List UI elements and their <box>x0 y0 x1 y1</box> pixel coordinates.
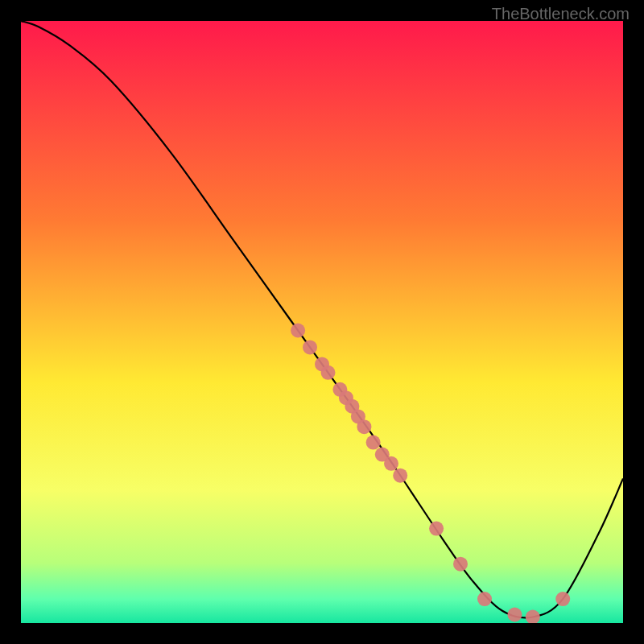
chart-svg <box>21 21 623 623</box>
plot-area <box>21 21 623 623</box>
marker-dot <box>321 365 336 380</box>
marker-dot <box>555 592 570 606</box>
chart-container: TheBottleneck.com <box>0 0 644 644</box>
marker-dot <box>393 469 407 483</box>
marker-dot <box>357 419 371 434</box>
marker-dot <box>303 340 317 354</box>
marker-dot <box>384 456 398 471</box>
marker-dot <box>453 557 468 572</box>
marker-dot <box>291 324 305 338</box>
gradient-background <box>21 21 623 623</box>
marker-dot <box>477 592 492 606</box>
marker-dot <box>366 436 381 450</box>
marker-dot <box>507 608 522 622</box>
marker-dot <box>429 522 444 536</box>
